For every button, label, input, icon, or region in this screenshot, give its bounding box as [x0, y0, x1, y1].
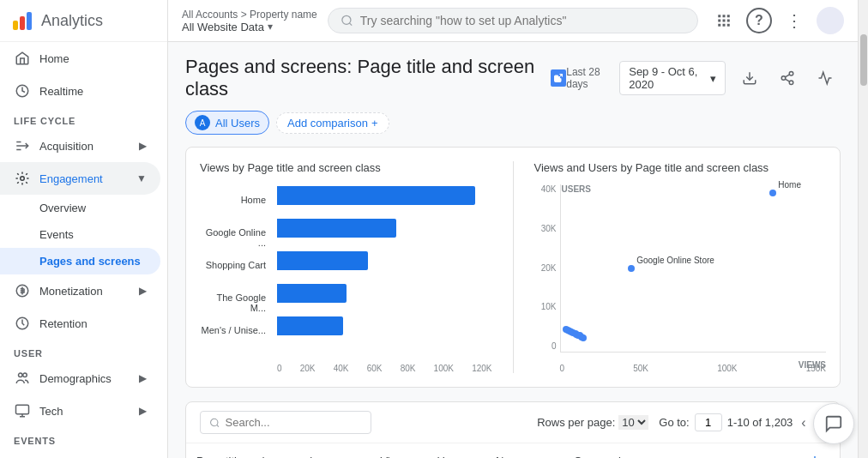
insights-button[interactable] — [810, 63, 841, 93]
bar-row — [277, 315, 492, 337]
col-engagement[interactable]: engageme... — [704, 443, 793, 458]
sidebar-item-engagement[interactable]: Engagement ▼ — [0, 162, 160, 195]
search-input[interactable] — [360, 14, 685, 27]
scatter-dot — [580, 334, 587, 341]
svg-rect-17 — [723, 20, 726, 22]
sidebar-item-home[interactable]: Home — [0, 42, 160, 75]
date-dropdown-icon: ▾ — [710, 72, 716, 85]
col-new-users-label: New users — [496, 455, 548, 458]
col-views[interactable]: ↓ Views — [361, 443, 426, 458]
sidebar-item-realtime[interactable]: Realtime — [0, 75, 160, 107]
scroll-indicator[interactable] — [858, 0, 868, 458]
bar-label: Home — [200, 195, 273, 205]
filter-bar: A All Users Add comparison + — [185, 111, 841, 135]
bar-label: The Google M... — [200, 292, 273, 313]
col-screen-views-label: Screen views per user — [575, 455, 685, 458]
monetization-label: Monetization — [39, 285, 103, 298]
bar-fill — [277, 219, 396, 238]
pages-screens-label: Pages and screens — [39, 255, 141, 268]
monetization-icon — [14, 282, 31, 299]
bar-axis-label: 100K — [434, 364, 454, 373]
help-button[interactable]: ? — [746, 8, 772, 33]
share-button[interactable] — [772, 63, 803, 93]
scatter-chart-section: Views and Users by Page title and screen… — [534, 161, 827, 373]
sidebar-item-retention[interactable]: Retention — [0, 307, 160, 340]
charts-container: Views by Page title and screen class Hom… — [185, 147, 841, 388]
bar-axis-label: 0 — [277, 364, 282, 373]
bar-axis-label: 20K — [300, 364, 316, 373]
apps-button[interactable] — [708, 5, 739, 36]
monetization-chevron: ▶ — [139, 285, 147, 297]
rows-per-page-select[interactable]: 10 25 50 — [618, 415, 648, 430]
bar-row — [277, 282, 492, 304]
more-button[interactable]: ⋮ — [779, 5, 810, 36]
add-column-button[interactable]: + — [793, 443, 840, 458]
svg-point-4 — [21, 177, 25, 181]
svg-rect-15 — [727, 15, 730, 17]
bar-fill — [277, 186, 475, 205]
scatter-x-label: 0 — [560, 364, 565, 373]
sidebar-logo: Analytics — [0, 0, 167, 42]
page-title-link-icon[interactable] — [551, 69, 566, 87]
chat-button[interactable] — [813, 403, 854, 444]
sidebar-item-monetization[interactable]: Monetization ▶ — [0, 274, 160, 307]
add-column-icon[interactable]: + — [804, 452, 827, 458]
search-icon — [341, 14, 353, 27]
sidebar-sub-pages-screens[interactable]: Pages and screens — [0, 248, 160, 274]
prev-page-button[interactable]: ‹ — [798, 413, 809, 432]
col-screen-views[interactable]: Screen views per user — [564, 443, 705, 458]
pagination: Go to: 1-10 of 1,203 ‹ › — [659, 413, 826, 432]
tech-chevron: ▶ — [139, 405, 147, 417]
scatter-x-label: 100K — [717, 364, 737, 373]
acquisition-chevron: ▶ — [139, 140, 147, 152]
add-comparison-button[interactable]: Add comparison + — [276, 112, 389, 134]
svg-rect-13 — [718, 15, 720, 17]
export-button[interactable] — [734, 63, 765, 93]
date-range: Last 28 days Sep 9 - Oct 6, 2020 ▾ — [566, 61, 726, 95]
avatar[interactable] — [817, 7, 844, 34]
table-search[interactable] — [200, 411, 371, 434]
topbar-right: ? ⋮ — [708, 5, 844, 36]
scatter-y-label: 30K — [541, 224, 557, 233]
col-page-title[interactable]: Page title and screen class ▾ — [186, 443, 361, 458]
scatter-y-label: 10K — [541, 302, 557, 311]
svg-point-29 — [211, 419, 218, 425]
page-input[interactable] — [695, 413, 722, 431]
sidebar-item-acquisition[interactable]: Acquisition ▶ — [0, 130, 160, 162]
svg-rect-0 — [13, 21, 18, 30]
user-section: USER — [0, 340, 167, 362]
bar-chart-title: Views by Page title and screen class — [200, 161, 492, 174]
table-search-input[interactable] — [226, 416, 362, 429]
engagement-chevron: ▼ — [136, 172, 147, 184]
sidebar: Analytics Home Realtime LIFE CYCLE Acq — [0, 0, 168, 458]
sidebar-sub-events[interactable]: Events — [0, 221, 160, 248]
events-label: Events — [39, 228, 74, 241]
col-new-users[interactable]: New users — [485, 443, 564, 458]
sidebar-item-demographics[interactable]: Demographics ▶ — [0, 362, 160, 395]
engagement-label: Engagement — [39, 172, 103, 185]
sidebar-item-tech[interactable]: Tech ▶ — [0, 395, 160, 427]
topbar: All Accounts > Property name All Website… — [168, 0, 858, 42]
page-actions — [734, 63, 841, 93]
engagement-icon — [14, 170, 31, 187]
svg-point-26 — [789, 81, 793, 85]
col-users[interactable]: Users — [427, 443, 485, 458]
all-users-chip[interactable]: A All Users — [185, 111, 269, 135]
svg-line-28 — [785, 75, 789, 77]
sidebar-sub-overview[interactable]: Overview — [0, 195, 160, 221]
property-selector[interactable]: All Website Data ▾ — [182, 21, 317, 33]
date-picker[interactable]: Sep 9 - Oct 6, 2020 ▾ — [619, 61, 726, 95]
go-to-label: Go to: — [659, 416, 689, 429]
demographics-icon — [14, 370, 31, 387]
svg-rect-14 — [723, 15, 726, 17]
analytics-logo-icon — [10, 9, 34, 33]
bar-axis-label: 120K — [472, 364, 491, 373]
date-range-text: Sep 9 - Oct 6, 2020 — [629, 65, 707, 91]
pagination-info: 1-10 of 1,203 — [727, 416, 793, 429]
svg-rect-20 — [723, 24, 726, 27]
scatter-dot — [769, 190, 776, 196]
search-bar[interactable] — [328, 8, 698, 33]
sidebar-item-conversions[interactable]: Conversions — [0, 449, 160, 458]
bar-axis-label: 80K — [401, 364, 416, 373]
table-toolbar-right: Rows per page: 10 25 50 Go to: 1-10 of 1… — [537, 413, 826, 432]
